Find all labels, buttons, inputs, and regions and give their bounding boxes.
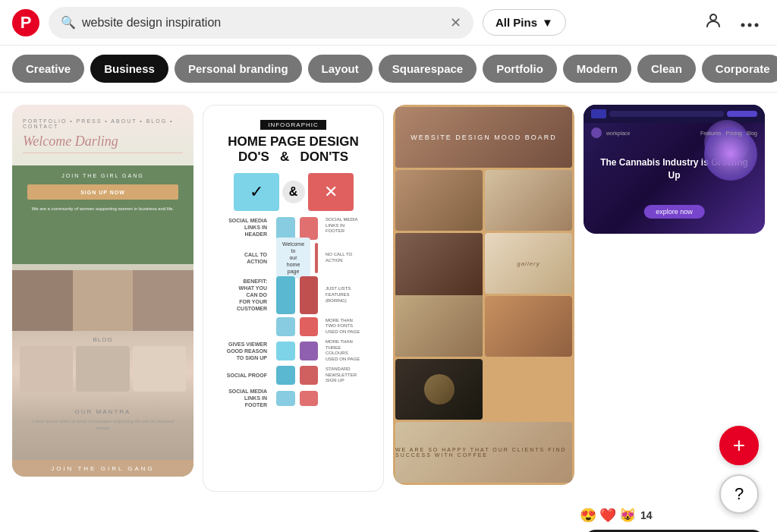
chip-creative[interactable]: Creative <box>12 55 84 83</box>
search-icon: 🔍 <box>61 15 76 30</box>
pin-image-girl-gang: PORTFOLIO • PRESS • ABOUT • BLOG • CONTA… <box>12 105 193 477</box>
pin-image-mood-board: WEBSITE DESIGN MOOD BOARD gallery We are… <box>393 105 574 485</box>
header-icons <box>698 8 765 38</box>
fab-add-button[interactable]: + <box>719 426 759 465</box>
chip-clean[interactable]: Clean <box>637 55 696 83</box>
svg-point-3 <box>755 24 759 27</box>
svg-point-1 <box>741 24 745 27</box>
fab-container: + ? <box>719 426 759 514</box>
reaction-count: 14 <box>640 509 653 521</box>
pin-image-dos-donts: INFOGRAPHIC HOME PAGE DESIGNDO'S & DON'T… <box>203 105 384 492</box>
chevron-down-icon: ▼ <box>542 16 553 29</box>
clear-icon[interactable]: ✕ <box>450 14 461 31</box>
pin-card-dos-donts[interactable]: INFOGRAPHIC HOME PAGE DESIGNDO'S & DON'T… <box>203 105 384 492</box>
pin-card-girl-gang[interactable]: PORTFOLIO • PRESS • ABOUT • BLOG • CONTA… <box>12 105 193 477</box>
chip-personal-branding[interactable]: Personal branding <box>175 55 302 83</box>
search-input[interactable] <box>82 16 444 30</box>
reaction-emoji-2: ❤️ <box>599 507 616 524</box>
chip-business[interactable]: Business <box>90 55 168 83</box>
search-bar[interactable]: 🔍 ✕ <box>49 7 473 39</box>
fab-help-button[interactable]: ? <box>719 474 759 514</box>
pin-image-cannabis: The Cannabis Industry is Growing Up expl… <box>584 105 765 234</box>
reaction-emoji-3: 😻 <box>619 507 636 524</box>
chip-layout[interactable]: Layout <box>308 55 373 83</box>
chip-modern[interactable]: Modern <box>563 55 631 83</box>
pinterest-logo[interactable]: P <box>12 9 39 36</box>
all-pins-label: All Pins <box>495 16 537 29</box>
chip-squarespace[interactable]: Squarespace <box>379 55 477 83</box>
chip-portfolio[interactable]: Portfolio <box>483 55 557 83</box>
filter-bar: Creative Business Personal branding Layo… <box>0 46 777 93</box>
svg-point-2 <box>748 24 752 27</box>
svg-point-0 <box>710 14 716 20</box>
pin-card-cannabis[interactable]: The Cannabis Industry is Growing Up expl… <box>584 105 765 234</box>
more-button[interactable] <box>735 8 765 38</box>
header: P 🔍 ✕ All Pins ▼ <box>0 0 777 46</box>
chip-corporate[interactable]: Corporate <box>702 55 777 83</box>
pin-card-mood-board[interactable]: WEBSITE DESIGN MOOD BOARD gallery We are… <box>393 105 574 485</box>
profile-button[interactable] <box>698 8 728 38</box>
all-pins-button[interactable]: All Pins ▼ <box>483 9 566 36</box>
profile-icon <box>704 11 722 33</box>
more-icon <box>741 14 759 31</box>
masonry-grid: PORTFOLIO • PRESS • ABOUT • BLOG • CONTA… <box>0 93 777 504</box>
reaction-emoji-1: 😍 <box>580 507 596 524</box>
